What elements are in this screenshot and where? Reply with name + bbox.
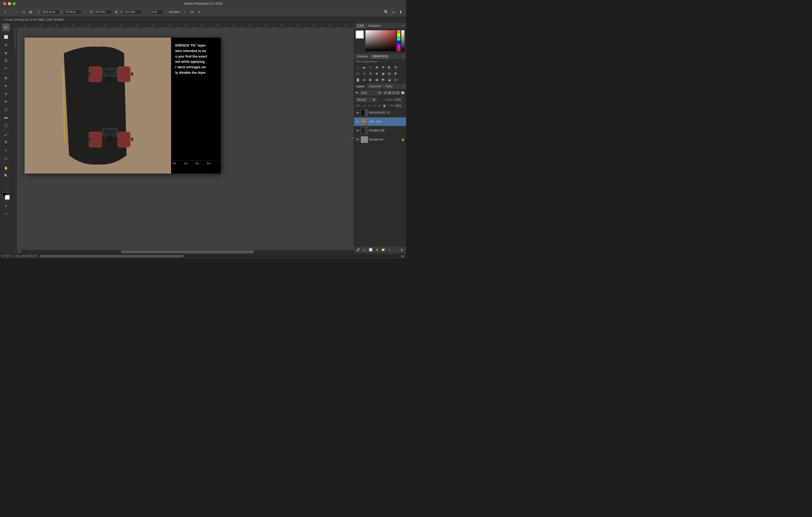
brush-tool[interactable]: ✒ [2, 82, 10, 89]
status-scrollbar-thumb[interactable] [40, 255, 184, 257]
w-input[interactable] [94, 10, 112, 14]
layers-panel-menu[interactable]: ≡ [403, 85, 406, 88]
quick-select-tool[interactable]: ⬙ [2, 49, 10, 56]
threshold-icon[interactable]: ⚡ [393, 70, 399, 76]
no-transform-icon[interactable]: ⊘ [189, 9, 196, 15]
bw-icon[interactable]: ⬛ [355, 70, 361, 76]
home-icon[interactable]: ⌂ [2, 9, 8, 15]
share-icon[interactable]: ⬆ [398, 9, 404, 15]
maximize-button[interactable] [12, 2, 16, 5]
vibrance-icon[interactable]: ❋ [380, 64, 386, 70]
document-tab[interactable]: 11x44_DIY.psd @ 57.4% (IMG_2163, RGB/8) [5, 18, 64, 21]
active-color-swatch[interactable] [355, 30, 364, 39]
add-style-icon[interactable]: fx [362, 247, 367, 252]
link-layers-icon[interactable]: 🔗 [355, 247, 361, 252]
create-group-icon[interactable]: 📁 [381, 247, 386, 252]
rect-select-icon[interactable]: ▭ [20, 9, 26, 15]
adj-extra5[interactable]: ◫ [393, 77, 399, 83]
dodge-tool[interactable]: ◯ [2, 121, 10, 129]
panel-collapse-handle[interactable]: ◀ [352, 133, 354, 143]
link-chain-icon[interactable]: ⛓ [113, 9, 119, 15]
move-tool[interactable]: ✛ [2, 24, 10, 31]
minimize-button[interactable] [8, 2, 11, 5]
lock-artboard-icon[interactable]: ⊞ [377, 103, 381, 108]
exposure-icon[interactable]: ◑ [374, 64, 380, 70]
adj-extra4[interactable]: ◪ [386, 77, 392, 83]
photo-filter-icon[interactable]: ⊙ [361, 70, 367, 76]
screen-mode-icon[interactable]: ▭ [390, 9, 397, 15]
lock-image-icon[interactable]: ✒ [367, 103, 372, 108]
filter-pixel-icon[interactable]: ▪ [383, 91, 387, 95]
layer-visibility-background[interactable]: 👁 [355, 138, 360, 142]
pen-tool[interactable]: 🖊 [2, 131, 10, 138]
layers-tab[interactable]: Layers [354, 83, 367, 89]
path-select-tool[interactable]: ↖ [2, 147, 10, 154]
color-swatches[interactable] [2, 192, 10, 200]
history-brush-tool[interactable]: ⟳ [2, 98, 10, 105]
horizontal-scrollbar[interactable] [22, 250, 354, 253]
warp-icon[interactable]: ⟐ [182, 9, 188, 15]
marquee-tool[interactable]: ⬜ [2, 33, 10, 40]
color-tab[interactable]: Color [356, 23, 365, 28]
zoom-tool[interactable]: 🔍 [2, 172, 10, 179]
clone-tool[interactable]: ⊙ [2, 90, 10, 97]
opacity-input[interactable] [394, 97, 404, 102]
libraries-tab[interactable]: Libraries [356, 54, 369, 58]
adjustments-menu[interactable]: ≡ [402, 55, 404, 58]
x-input[interactable] [41, 10, 59, 14]
fill-input[interactable] [394, 103, 404, 108]
add-mask-icon[interactable]: ⬜ [368, 247, 373, 252]
swatches-tab[interactable]: Swatches [367, 24, 382, 28]
shape-tool[interactable]: ◻ [2, 154, 10, 162]
angle-input[interactable] [150, 10, 163, 14]
lock-all-icon[interactable]: 🔒 [382, 103, 386, 108]
crop-tool[interactable]: ⊡ [2, 57, 10, 64]
hue-sat-icon[interactable]: ◐ [386, 64, 392, 70]
screen-mode-tool[interactable]: ▭ [2, 210, 10, 217]
adjustments-tab[interactable]: Adjustments [371, 54, 389, 58]
layer-filter-toggle[interactable] [401, 91, 404, 94]
eraser-tool[interactable]: ◻ [2, 105, 10, 113]
brightness-icon[interactable]: ☼ [355, 64, 361, 70]
commit-button[interactable]: ✓ [198, 9, 201, 14]
tab-close-button[interactable]: ✕ [2, 18, 4, 21]
channel-mixer-icon[interactable]: ⊕ [368, 70, 373, 76]
selective-color-icon[interactable]: ◈ [361, 77, 367, 83]
curves-icon[interactable]: ∿ [368, 64, 373, 70]
status-scrollbar[interactable] [40, 255, 399, 257]
status-arrow-icon[interactable]: ▶ [402, 254, 404, 257]
blend-mode-select[interactable]: Normal Dissolve Multiply Screen Overlay [355, 97, 376, 102]
h-input[interactable] [123, 10, 142, 14]
layer-visibility-disable-me[interactable]: 👁 [355, 129, 360, 133]
posterize-icon[interactable]: ▤ [386, 70, 392, 76]
color-panel-menu[interactable]: ≡ [402, 24, 404, 27]
layer-item-reference-tic[interactable]: 👁 REFERENCE TIC [354, 109, 406, 117]
search-icon[interactable]: 🔍 [383, 9, 389, 15]
create-adj-layer-icon[interactable]: ◑ [374, 247, 380, 252]
hue-slider[interactable] [397, 30, 400, 51]
create-layer-icon[interactable]: + [387, 247, 392, 252]
canvas-content[interactable]: ERENCE TIC' layer. ides intended to be o… [17, 27, 354, 253]
extra-tools[interactable]: ··· [2, 182, 10, 189]
text-tool[interactable]: T [2, 139, 10, 146]
levels-icon[interactable]: ▬ [361, 64, 367, 70]
color-balance-icon[interactable]: ⊞ [393, 64, 399, 70]
healing-tool[interactable]: ⊕ [2, 74, 10, 82]
layer-visibility-reference-tic[interactable]: 👁 [355, 111, 360, 115]
hand-tool[interactable]: ✋ [2, 164, 10, 172]
close-button[interactable] [3, 2, 6, 5]
grid-icon[interactable]: ⊞ [27, 9, 34, 15]
background-color[interactable] [5, 195, 10, 200]
channels-tab[interactable]: Channels [367, 83, 383, 89]
lasso-tool[interactable]: ⌀ [2, 41, 10, 48]
h-scrollbar-thumb[interactable] [121, 250, 254, 253]
adj-extra1[interactable]: ◧ [368, 77, 373, 83]
layer-item-disable-me[interactable]: 👁 DISABLE ME [354, 126, 406, 135]
filter-type-icon[interactable]: T [392, 91, 396, 95]
y-input[interactable] [63, 10, 82, 14]
layer-item-background[interactable]: 👁 Background 🔒 [354, 135, 406, 144]
quick-mask-icon[interactable]: ⊘ [2, 202, 10, 209]
lock-pixels-icon[interactable]: ⊘ [362, 103, 367, 108]
luminosity-slider[interactable] [401, 30, 404, 51]
gradient-tool[interactable]: ▬ [2, 114, 10, 121]
